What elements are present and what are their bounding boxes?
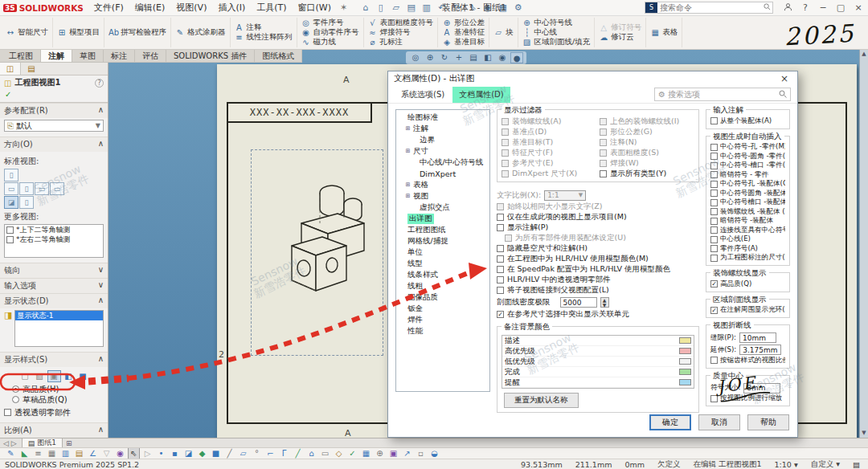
model-items-button[interactable]: ⊞ 模型项目 [57, 28, 100, 38]
expand-icon[interactable]: ⊞ [404, 125, 411, 132]
more-view-option[interactable]: *左右二等角轴测 [5, 234, 103, 244]
search-input[interactable] [657, 3, 761, 12]
command-tab[interactable]: 注解 [41, 50, 72, 62]
draft-quality-radio[interactable]: 草稿品质(Q) [4, 394, 104, 405]
filter-toolbar-icon[interactable]: ▭ [319, 448, 331, 459]
filter-checkbox-row[interactable]: 参考尺寸(E) [502, 158, 596, 169]
auto-insert-checkbox-row[interactable]: 中心符号-孔 -零件(M) [710, 143, 785, 153]
options-tree[interactable]: 绘图标准 ⊞ 注解 边界 ⊞ 尺寸 中心线/中心符号线 DimXpert ⊞ 表… [395, 109, 490, 392]
checkbox[interactable] [710, 236, 718, 243]
tree-item[interactable]: ⊞ 视图 [396, 190, 489, 202]
tree-item[interactable]: 网格线/捕捉 [396, 235, 489, 247]
filter-toolbar-icon[interactable]: ╱ [223, 448, 235, 459]
note-color-row[interactable]: 高优先级 [502, 346, 694, 357]
expand-icon[interactable]: ⊞ [404, 193, 411, 199]
format-painter-button[interactable]: ✎ 格式涂刷器 [175, 28, 226, 38]
command-search[interactable]: S [645, 2, 773, 14]
color-swatch[interactable] [679, 379, 691, 385]
tree-item[interactable]: 线粗 [396, 280, 489, 292]
chevron-down-icon[interactable]: ∨ [98, 265, 104, 276]
filter-checkbox-row[interactable]: 装饰螺纹线(A) [502, 116, 596, 127]
surface-finish-button[interactable]: √ 表面粗糙度符号 [368, 18, 434, 28]
scroll-down-icon[interactable]: ▼ [862, 429, 866, 438]
from-entire-assembly-checkbox[interactable]: 从整个装配体(A) [710, 116, 785, 126]
transparent-components-checkbox[interactable]: 透视透明零部件 [4, 407, 104, 418]
pan-icon[interactable]: + [452, 52, 465, 63]
auto-insert-checkbox-row[interactable]: 零件序号(A) [710, 244, 785, 254]
tree-item[interactable]: 单位 [396, 247, 489, 258]
tab-feature-tree[interactable]: ▤ [21, 63, 42, 75]
chevron-up-icon[interactable]: ∧ [98, 354, 104, 365]
tables-button[interactable]: ▦ 表格 [650, 28, 678, 38]
auto-balloon-button[interactable]: ◉ 自动零件序号 [301, 28, 359, 38]
filter-toolbar-icon[interactable]: ✎ [5, 448, 17, 459]
filter-toolbar-icon[interactable]: • [155, 448, 167, 459]
wireframe-style-button[interactable]: ▢ [18, 370, 32, 382]
tree-item[interactable]: 图像品质 [396, 292, 489, 303]
note-color-row[interactable]: 描述 [502, 336, 694, 346]
vertical-scrollbar[interactable]: ▲▼ [859, 50, 868, 438]
isometric-view[interactable] [269, 162, 382, 307]
expand-icon[interactable]: ⊞ [404, 148, 411, 154]
checkbox[interactable] [710, 395, 718, 402]
hidden-lines-visible-button[interactable]: ▧ [33, 370, 47, 382]
search-icon[interactable] [761, 3, 772, 12]
options-icon[interactable]: ⚙ [511, 2, 525, 13]
save-icon[interactable]: ▤ [404, 2, 418, 13]
view-top-button[interactable]: ▯ [4, 169, 18, 181]
tree-item[interactable]: 焊件 [396, 314, 489, 325]
radio[interactable] [12, 396, 19, 403]
tree-item[interactable]: DimXpert [396, 168, 489, 179]
tree-item[interactable]: ⊞ 表格 [396, 179, 489, 190]
linear-note-pattern-button[interactable]: ≡ 线性注释阵列 [235, 33, 293, 43]
checkbox[interactable] [710, 255, 718, 262]
display-state-list[interactable]: 显示状态-1 [14, 310, 104, 347]
hatch-density-input[interactable]: 5000 [560, 297, 597, 308]
option-checkbox-row[interactable]: 为所有零部件使用装配体设定(U) [497, 233, 699, 243]
datum-feature-button[interactable]: A 基准特征 [442, 28, 485, 38]
ok-button[interactable]: 确定 [649, 414, 691, 430]
checkbox[interactable] [710, 226, 718, 234]
color-swatch[interactable] [679, 358, 691, 365]
command-tab[interactable]: 图纸格式 [255, 50, 302, 62]
halo-checkbox[interactable]: 在注解周围显示光环(H) [710, 306, 785, 316]
filter-toolbar-icon[interactable]: ° [251, 448, 263, 459]
display-state-item[interactable]: 显示状态-1 [15, 311, 103, 320]
filter-toolbar-icon[interactable]: ⌐ [264, 448, 276, 459]
help-icon[interactable]: ? [799, 2, 812, 14]
filter-toolbar-icon[interactable]: ∠ [87, 448, 99, 459]
filter-toolbar-icon[interactable]: ◆ [196, 448, 208, 459]
scroll-up-icon[interactable]: ▲ [862, 50, 866, 59]
note-color-list[interactable]: 描述 高优先级 低优先级 完成 提醒 [502, 335, 694, 389]
filter-toolbar-icon[interactable]: ⌂ [305, 448, 317, 459]
jagged-scale-checkbox[interactable]: 按锯齿样式的视图比例缩放 [710, 356, 785, 365]
high-quality-radio[interactable]: 高品质(H) [4, 384, 104, 394]
more-view-option[interactable]: *上下二等角轴测 [5, 225, 103, 234]
restore-button[interactable]: ▢ [834, 2, 847, 14]
tree-item[interactable]: ⊞ 尺寸 [396, 145, 489, 157]
checkbox[interactable] [497, 287, 504, 294]
menu-item[interactable]: 工具(T) [251, 2, 292, 14]
ok-checkmark-icon[interactable]: ✓ [0, 90, 108, 103]
pin-menu-icon[interactable]: ✶ [340, 2, 347, 13]
minimize-button[interactable]: ─ [817, 2, 829, 14]
chevron-down-icon[interactable]: ∨ [98, 280, 104, 292]
custom-dropdown[interactable]: 自定义 ▾ [811, 459, 840, 469]
auto-insert-checkbox-row[interactable]: 中心符号-槽口 -零件(L) [710, 161, 785, 171]
filter-checkbox-row[interactable]: 上色的装饰螺纹线(I) [600, 116, 694, 127]
magnetic-line-button[interactable]: ∿ 磁力线 [301, 38, 359, 47]
hidden-lines-removed-button[interactable]: ▣ [47, 370, 61, 382]
checkbox[interactable] [497, 203, 504, 210]
filter-toolbar-icon[interactable]: ◒ [428, 448, 440, 459]
filter-toolbar-icon[interactable]: ╱ [292, 448, 304, 459]
command-tab[interactable]: 草图 [72, 50, 104, 62]
help-button[interactable]: 帮助 [747, 414, 789, 430]
highlight-assoc-checkbox[interactable]: 在参考尺寸选择中突出显示关联单元 [497, 309, 699, 320]
option-checkbox-row[interactable]: 仅在生成此项的视图上显示项目(M) [497, 212, 699, 222]
command-tab[interactable]: 评估 [135, 50, 166, 62]
filter-checkbox-row[interactable]: DimXpert 尺寸(X) [502, 169, 596, 179]
checkbox[interactable] [497, 276, 504, 283]
option-checkbox-row[interactable]: 始终以相同大小显示文字(Z) [497, 202, 699, 212]
option-checkbox-row[interactable]: 在工程图中为 HLR/HLV 使用模型颜色(M) [497, 254, 699, 264]
search-icon[interactable] [779, 90, 787, 100]
